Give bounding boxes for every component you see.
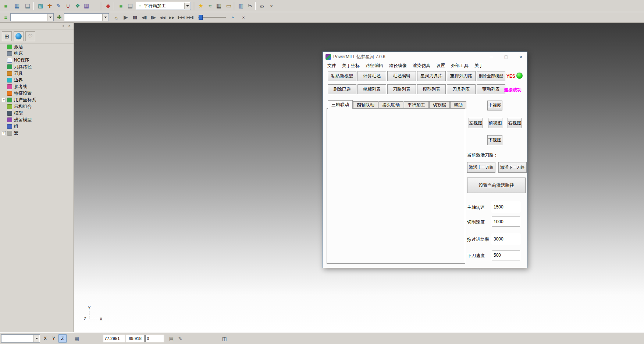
tab-parallel[interactable]: 平行加工 <box>404 101 429 109</box>
tree-item-levels[interactable]: 层和组合 <box>0 103 74 110</box>
tree-item-models[interactable]: 模型 <box>0 110 74 116</box>
menu-about[interactable]: 关于 <box>472 63 486 69</box>
list-icon[interactable]: ▤ <box>126 1 135 10</box>
grid-icon[interactable]: ▦ <box>72 334 81 343</box>
coord-list-button[interactable]: 坐标列表 <box>357 84 386 94</box>
tree-item-tools[interactable]: 刀具 <box>0 70 74 77</box>
simulation-speed-slider[interactable] <box>198 14 226 20</box>
expander-plus[interactable]: + <box>2 98 6 102</box>
skim-feed-input[interactable] <box>492 234 520 244</box>
scissors-icon[interactable]: ✂ <box>246 1 255 10</box>
fast-forward-icon[interactable]: ▶▶ <box>167 13 176 22</box>
paste-new-model-button[interactable]: 粘贴新模型 <box>328 71 356 81</box>
spindle-speed-input[interactable] <box>492 202 520 212</box>
layers-icon[interactable]: ≡ <box>1 1 10 10</box>
view-front-button[interactable]: 前视图 <box>488 118 502 128</box>
save-icon[interactable]: ▦ <box>13 1 21 10</box>
tab-tilt-head[interactable]: 摆头联动 <box>378 101 403 109</box>
delete-all-models-button[interactable]: 删除全部模型 <box>477 71 505 81</box>
chart-icon[interactable]: ▥ <box>236 1 245 10</box>
calc-stock-button[interactable]: 计算毛坯 <box>357 71 386 81</box>
view-right-button[interactable]: 右视图 <box>508 118 522 128</box>
block-icon[interactable]: ▧ <box>36 1 45 10</box>
panel-toggle-icon[interactable]: ◫ <box>220 334 229 343</box>
view-bottom-button[interactable]: 下视图 <box>487 135 502 145</box>
axis-y-button[interactable]: Y <box>50 334 57 343</box>
view-left-button[interactable]: 左视图 <box>469 118 483 128</box>
maximize-button[interactable]: ▢ <box>503 53 509 60</box>
tree-item-macros[interactable]: +宏 <box>0 130 74 136</box>
heart-icon[interactable]: ♡ <box>25 31 35 41</box>
play-icon[interactable]: ▶ <box>121 13 130 22</box>
tree-item-patterns[interactable]: 参考线 <box>0 83 74 90</box>
toolbar-close-icon[interactable]: × <box>267 1 276 10</box>
plunge-feed-input[interactable] <box>492 250 520 260</box>
menu-coords[interactable]: 关于坐标 <box>339 63 363 69</box>
note-icon[interactable]: ▤ <box>167 334 176 343</box>
draw-toolpath-icon[interactable]: ✎ <box>54 1 63 10</box>
combo-arrow-icon[interactable] <box>184 3 190 9</box>
menu-path-edit[interactable]: 路径编辑 <box>363 63 386 69</box>
go-to-start-icon[interactable]: ▮◀◀ <box>177 13 185 22</box>
rearrange-toolpaths-button[interactable]: 重排列刀路 <box>447 71 476 81</box>
clock-icon[interactable]: ◔ <box>228 13 237 22</box>
menu-render-sim[interactable]: 渲染仿真 <box>410 63 433 69</box>
viewer-icon[interactable]: ∞ <box>257 1 266 10</box>
statusbar-combo[interactable] <box>1 334 40 343</box>
tab-four-axis[interactable]: 四轴联动 <box>353 101 378 109</box>
tree-item-boundaries[interactable]: 边界 <box>0 77 74 83</box>
menu-file[interactable]: 文件 <box>324 63 339 69</box>
tree-item-activate[interactable]: 激活 <box>0 43 74 50</box>
toolpath-combo[interactable] <box>10 13 54 21</box>
coord-z-input[interactable] <box>145 335 164 342</box>
coord-x-input[interactable] <box>103 335 125 342</box>
tree-item-nc-program[interactable]: NC程序 <box>0 57 74 63</box>
tree-item-workplanes[interactable]: +用户坐标系 <box>0 96 74 103</box>
transform-icon[interactable]: ✚ <box>45 1 54 10</box>
combo-arrow-icon[interactable] <box>33 335 39 342</box>
bulb-icon[interactable]: ☼ <box>112 13 121 22</box>
slider-handle[interactable] <box>199 15 203 20</box>
expander-plus[interactable]: + <box>2 131 6 135</box>
step-back-icon[interactable]: ◀▮ <box>140 13 149 22</box>
blocks-icon[interactable]: ▦ <box>82 1 91 10</box>
strategy-combo[interactable]: ≡ 平行精加工 <box>136 2 191 10</box>
globe-icon[interactable] <box>14 31 24 41</box>
dialog-titlebar[interactable]: PowerMILL 忆梦星河 7.0.6 <box>323 52 527 62</box>
go-to-end-icon[interactable]: ▶▶▮ <box>186 13 195 22</box>
axis-x-button[interactable]: X <box>42 334 49 343</box>
menu-external-tools[interactable]: 外部工具 <box>448 63 472 69</box>
view-top-button[interactable]: 上视图 <box>487 101 502 110</box>
toolpath-list-button[interactable]: 刀路列表 <box>387 84 416 94</box>
calculator-icon[interactable]: ▦ <box>214 1 223 10</box>
hierarchy-icon[interactable]: ⊞ <box>2 31 12 41</box>
combo-arrow-icon[interactable] <box>102 14 108 21</box>
tool-combo[interactable] <box>64 13 109 21</box>
levels-icon[interactable]: ≡ <box>117 1 125 10</box>
activate-next-button[interactable]: 激活下一刀路 <box>498 162 527 173</box>
layers-icon[interactable]: ≡ <box>1 13 10 22</box>
panel-close-icon[interactable]: × <box>68 24 71 28</box>
tool-wrench-icon[interactable]: ✚ <box>55 13 64 22</box>
model-list-button[interactable]: 模型列表 <box>417 84 446 94</box>
step-forward-icon[interactable]: ▮▶ <box>149 13 158 22</box>
axis-z-button[interactable]: Z <box>58 334 67 343</box>
cutting-feed-input[interactable] <box>492 217 520 227</box>
delete-selected-button[interactable]: 删除已选 <box>328 84 356 94</box>
tree-item-machine[interactable]: 机床 <box>0 50 74 57</box>
tool-list-button[interactable]: 刀具列表 <box>447 84 476 94</box>
star-tool-icon[interactable]: ★ <box>196 1 205 10</box>
curve-icon[interactable]: ≈ <box>206 1 214 10</box>
coord-y-input[interactable] <box>126 335 145 342</box>
pen-icon[interactable]: ✎ <box>176 334 185 343</box>
print-icon[interactable]: ▤ <box>23 1 32 10</box>
menu-settings[interactable]: 设置 <box>433 63 448 69</box>
edit-stock-button[interactable]: 毛坯编辑 <box>387 71 416 81</box>
user-tool-icon[interactable]: ◆ <box>104 1 113 10</box>
pause-icon[interactable]: ▮▮ <box>131 13 139 22</box>
tree-item-groups[interactable]: 组 <box>0 123 74 130</box>
tree-item-feature-sets[interactable]: 特征设置 <box>0 90 74 96</box>
panel-pin-icon[interactable]: ▫ <box>63 24 64 28</box>
tool-library-button[interactable]: 星河刀具库 <box>417 71 446 81</box>
activate-prev-button[interactable]: 激活上一刀路 <box>467 162 495 173</box>
